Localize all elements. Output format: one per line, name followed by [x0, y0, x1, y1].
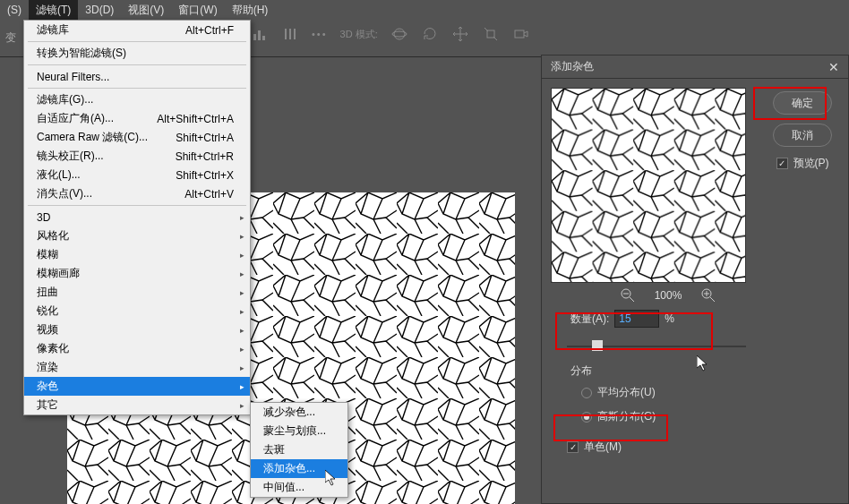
rotate-icon[interactable]	[421, 25, 439, 43]
svg-line-14	[630, 297, 634, 302]
menu-item[interactable]: (S)	[0, 1, 29, 19]
svg-line-17	[710, 297, 715, 302]
svg-rect-8	[487, 30, 494, 38]
menu-item-view[interactable]: 视图(V)	[121, 0, 171, 21]
menubar: (S) 滤镜(T) 3D(D) 视图(V) 窗口(W) 帮助(H)	[0, 0, 849, 20]
amount-input[interactable]	[614, 310, 659, 328]
options-bar-right: ••• 3D 模式:	[251, 25, 530, 43]
submenu-median[interactable]: 中间值...	[251, 478, 347, 497]
menu-item-gallery[interactable]: 滤镜库(G)...	[24, 90, 250, 109]
zoom-in-icon[interactable]	[701, 288, 716, 303]
menu-item-cameraraw[interactable]: Camera Raw 滤镜(C)...Shift+Ctrl+A	[24, 128, 250, 147]
svg-rect-5	[294, 29, 296, 39]
amount-slider[interactable]	[567, 338, 746, 355]
cursor-icon	[697, 355, 709, 375]
svg-point-6	[394, 29, 405, 39]
menu-item-pixelate[interactable]: 像素化	[24, 339, 250, 358]
submenu-dust[interactable]: 蒙尘与划痕...	[251, 422, 347, 440]
menu-item-blurgallery[interactable]: 模糊画廊	[24, 264, 250, 283]
svg-rect-1	[258, 30, 261, 40]
menu-item-distort[interactable]: 扭曲	[24, 283, 250, 302]
toolbar-fragment: 变	[5, 30, 16, 46]
preview-image[interactable]	[551, 88, 746, 283]
menu-item-sharpen[interactable]: 锐化	[24, 302, 250, 320]
ok-button[interactable]: 确定	[773, 91, 832, 115]
svg-rect-9	[515, 30, 524, 38]
add-noise-dialog: 添加杂色 ✕ 100% 数量(A): % 分布 平均分布(U)	[541, 55, 849, 504]
cancel-button[interactable]: 取消	[773, 124, 832, 147]
more-icon[interactable]: •••	[312, 29, 328, 39]
close-icon[interactable]: ✕	[828, 60, 839, 74]
radio-gaussian[interactable]: 高斯分布(G)	[578, 406, 766, 427]
menu-item-lastfilter[interactable]: 滤镜库Alt+Ctrl+F	[24, 21, 250, 39]
menu-item-liquify[interactable]: 液化(L)...Shift+Ctrl+X	[24, 166, 250, 184]
menu-item-blur[interactable]: 模糊	[24, 245, 250, 264]
svg-rect-4	[289, 29, 291, 39]
menu-item-3d[interactable]: 3D(D)	[78, 1, 121, 19]
amount-label: 数量(A):	[570, 312, 609, 327]
mode-label: 3D 模式:	[340, 28, 378, 41]
zoom-out-icon[interactable]	[621, 288, 635, 303]
submenu-reduce-noise[interactable]: 减少杂色...	[251, 403, 347, 422]
menu-item-lens[interactable]: 镜头校正(R)...Shift+Ctrl+R	[24, 147, 250, 166]
submenu-despeckle[interactable]: 去斑	[251, 440, 347, 459]
svg-rect-3	[285, 29, 287, 39]
move-icon[interactable]	[451, 25, 469, 43]
menu-item-other[interactable]: 其它	[24, 396, 250, 414]
histogram-icon[interactable]	[251, 25, 269, 43]
orbit-icon[interactable]	[390, 25, 408, 43]
preview-checkbox[interactable]: ✓预览(P)	[776, 156, 829, 171]
menu-item-vanish[interactable]: 消失点(V)...Alt+Ctrl+V	[24, 184, 250, 203]
menu-item-noise[interactable]: 杂色	[24, 377, 250, 396]
menu-item-video[interactable]: 视频	[24, 320, 250, 339]
menu-item-neural[interactable]: Neural Filters...	[24, 67, 250, 86]
dialog-title: 添加杂色	[551, 59, 594, 74]
mono-checkbox[interactable]: ✓单色(M)	[567, 440, 766, 455]
scale-icon[interactable]	[482, 25, 500, 43]
menu-item-adaptive[interactable]: 自适应广角(A)...Alt+Shift+Ctrl+A	[24, 109, 250, 128]
camera-icon[interactable]	[512, 25, 530, 43]
svg-rect-12	[552, 89, 745, 282]
menu-item-help[interactable]: 帮助(H)	[225, 0, 276, 21]
filter-menu-dropdown: 滤镜库Alt+Ctrl+F 转换为智能滤镜(S) Neural Filters.…	[23, 20, 251, 415]
menu-item-smartfilter[interactable]: 转换为智能滤镜(S)	[24, 44, 250, 63]
menu-item-window[interactable]: 窗口(W)	[171, 0, 224, 21]
svg-rect-2	[262, 36, 265, 40]
amount-unit: %	[665, 312, 674, 325]
menu-item-filter[interactable]: 滤镜(T)	[29, 0, 78, 21]
radio-uniform[interactable]: 平均分布(U)	[578, 382, 766, 403]
menu-item-3d-sub[interactable]: 3D	[24, 208, 250, 226]
svg-rect-0	[253, 34, 256, 40]
menu-item-render[interactable]: 渲染	[24, 358, 250, 377]
noise-submenu: 减少杂色... 蒙尘与划痕... 去斑 添加杂色... 中间值...	[250, 402, 348, 498]
dialog-titlebar[interactable]: 添加杂色 ✕	[542, 56, 848, 79]
menu-item-stylize[interactable]: 风格化	[24, 226, 250, 245]
vertical-bars-icon[interactable]	[281, 25, 299, 43]
distribution-label: 分布	[570, 363, 766, 379]
zoom-label: 100%	[655, 289, 682, 302]
submenu-add-noise[interactable]: 添加杂色...	[251, 459, 347, 478]
